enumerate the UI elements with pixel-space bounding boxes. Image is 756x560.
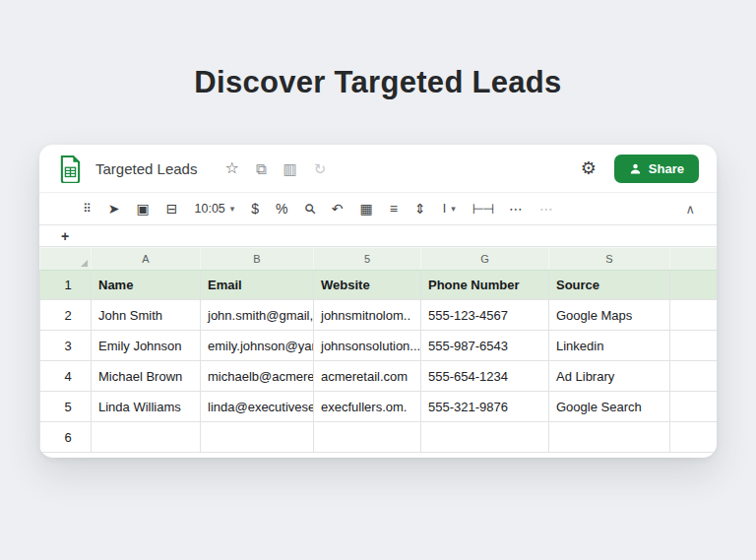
table-row: 3 Emily Johnson emily.johnson@yar johnso… <box>40 331 718 361</box>
table-row: 2 John Smith john.smith@gmail, johnsmitn… <box>40 300 718 331</box>
cell[interactable]: 555-321-9876 <box>421 392 549 422</box>
select-all-cell[interactable] <box>40 248 92 271</box>
column-header-row: A B 5 G S <box>40 248 718 271</box>
zoom-value: 10:05 <box>195 202 225 216</box>
cell[interactable]: emily.johnson@yar <box>201 331 314 361</box>
cell[interactable]: Source <box>549 271 670 300</box>
table-row: 6 <box>40 422 718 453</box>
cell[interactable] <box>670 392 718 422</box>
overflow-menu-icon[interactable]: ⋯ <box>509 202 523 216</box>
page-title: Discover Targeted Leads <box>0 65 756 100</box>
settings-gear-icon[interactable]: ⚙ <box>581 159 597 177</box>
cell[interactable]: 555-654-1234 <box>421 361 549 392</box>
formula-strip: + <box>39 225 717 247</box>
collapse-toolbar-icon[interactable]: ∧ <box>685 202 695 217</box>
zoom-select[interactable]: 10:05 ▾ <box>195 202 235 216</box>
present-icon[interactable]: ⊟ <box>166 202 178 216</box>
cell[interactable]: acmeretail.com <box>314 361 421 392</box>
cell[interactable] <box>670 300 718 331</box>
cell[interactable] <box>92 422 201 453</box>
align-icon[interactable]: ≡ <box>390 202 398 216</box>
cell[interactable] <box>201 422 314 453</box>
cell[interactable] <box>670 271 718 300</box>
cell[interactable]: Ad Library <box>549 361 670 392</box>
cell[interactable]: Phone Number <box>421 271 549 300</box>
column-header-partial[interactable] <box>670 248 718 271</box>
cell[interactable]: Google Maps <box>549 300 670 331</box>
cell[interactable] <box>670 422 718 453</box>
row-number[interactable]: 6 <box>40 422 92 453</box>
cell[interactable]: Linda Williams <box>92 392 201 422</box>
chevron-down-icon: ▾ <box>451 204 456 214</box>
doc-header: Targeted Leads ☆ ⧉ ▥ ↻ ⚙ Share <box>39 145 717 192</box>
table-row: 1 Name Email Website Phone Number Source <box>40 271 718 300</box>
cell[interactable]: john.smith@gmail, <box>201 300 314 331</box>
row-number[interactable]: 2 <box>40 300 92 331</box>
cell[interactable]: Linkedin <box>549 331 670 361</box>
cell[interactable]: 555-987-6543 <box>421 331 549 361</box>
undo-icon[interactable]: ↶ <box>332 202 344 216</box>
person-icon <box>629 162 642 175</box>
star-icon[interactable]: ☆ <box>224 160 238 176</box>
cell[interactable]: Name <box>92 271 201 300</box>
table-row: 5 Linda Williams linda@executivese execf… <box>40 392 718 422</box>
cell[interactable]: Website <box>314 271 421 300</box>
row-number[interactable]: 3 <box>40 331 92 361</box>
toolbar: ⠿ ➤ ▣ ⊟ 10:05 ▾ $ % ⚲ ↶ ▦ ≡ ⇕ I ▾ ⊢⊣ ⋯ ⋯… <box>39 192 717 225</box>
cell[interactable]: linda@executivese <box>201 392 314 422</box>
row-number[interactable]: 1 <box>40 271 92 300</box>
text-color-icon: I <box>443 202 446 216</box>
share-button[interactable]: Share <box>614 155 699 183</box>
more-options-icon[interactable]: ⋯ <box>539 202 553 216</box>
percent-format-icon[interactable]: % <box>276 202 287 216</box>
cell[interactable] <box>314 422 421 453</box>
add-icon[interactable]: + <box>39 228 91 244</box>
text-color-control[interactable]: I ▾ <box>443 202 456 216</box>
cell[interactable]: johnsmitnolom.. <box>314 300 421 331</box>
cell[interactable]: johnsonsolution... <box>314 331 421 361</box>
move-folder-icon[interactable]: ⧉ <box>256 161 267 176</box>
cell[interactable]: John Smith <box>92 300 201 331</box>
cell[interactable]: Emily Johnson <box>92 331 201 361</box>
sheets-logo-icon <box>59 155 82 183</box>
cell[interactable] <box>670 361 718 392</box>
table-row: 4 Michael Brown michaelb@acmeret acmeret… <box>40 361 718 392</box>
cell[interactable]: execfullers.om. <box>314 392 421 422</box>
insert-image-icon[interactable]: ▣ <box>137 202 150 216</box>
column-header-c[interactable]: 5 <box>314 248 421 271</box>
row-number[interactable]: 5 <box>40 392 92 422</box>
search-icon[interactable]: ⚲ <box>301 200 318 217</box>
cell[interactable]: Michael Brown <box>92 361 201 392</box>
cell[interactable]: Email <box>201 271 314 300</box>
spreadsheet-grid: A B 5 G S 1 Name Email Website Phone Num… <box>39 247 717 453</box>
cell[interactable] <box>670 331 718 361</box>
row-number[interactable]: 4 <box>40 361 92 392</box>
cell[interactable] <box>421 422 549 453</box>
doc-header-actions: ☆ ⧉ ▥ ↻ <box>224 160 326 176</box>
cell[interactable]: Google Search <box>549 392 670 422</box>
column-header-d[interactable]: G <box>421 248 549 271</box>
menus-dots-icon[interactable]: ⠿ <box>83 203 92 215</box>
vertical-align-icon[interactable]: ⇕ <box>414 202 426 216</box>
chevron-down-icon: ▾ <box>230 204 235 214</box>
merge-cells-icon[interactable]: ⊢⊣ <box>472 202 492 216</box>
borders-icon[interactable]: ▦ <box>360 202 373 216</box>
currency-format-icon[interactable]: $ <box>251 202 259 216</box>
doc-title[interactable]: Targeted Leads <box>95 160 197 177</box>
frame-icon[interactable]: ▥ <box>283 161 296 176</box>
sync-status-icon: ↻ <box>314 161 327 176</box>
column-header-b[interactable]: B <box>201 248 314 271</box>
share-button-label: Share <box>649 161 684 176</box>
cell[interactable]: 555-123-4567 <box>421 300 549 331</box>
column-header-a[interactable]: A <box>92 248 201 271</box>
spreadsheet-window: Targeted Leads ☆ ⧉ ▥ ↻ ⚙ Share ⠿ ➤ ▣ ⊟ 1… <box>39 145 717 458</box>
paint-format-icon[interactable]: ➤ <box>108 202 120 216</box>
cell[interactable] <box>549 422 670 453</box>
column-header-e[interactable]: S <box>549 248 670 271</box>
cell[interactable]: michaelb@acmeret <box>201 361 314 392</box>
